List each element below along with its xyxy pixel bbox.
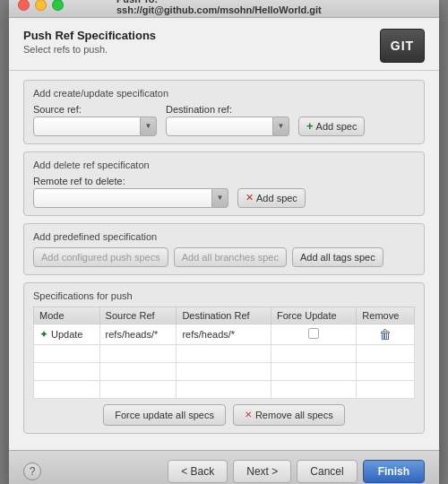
table-row: ✦ Update refs/heads/* refs/heads/* 🗑 — [34, 324, 415, 344]
back-button[interactable]: < Back — [168, 460, 228, 483]
source-ref-input[interactable] — [33, 117, 141, 136]
source-ref-select-wrapper: ▼ — [33, 117, 157, 136]
empty-cell — [177, 362, 271, 380]
close-button[interactable] — [18, 0, 30, 11]
remote-ref-arrow[interactable]: ▼ — [212, 188, 228, 208]
specs-table-label: Specifications for push — [33, 290, 415, 301]
empty-cell — [34, 362, 100, 380]
cell-remove[interactable]: 🗑 — [357, 324, 415, 344]
table-header-row: Mode Source Ref Destination Ref Force Up… — [34, 307, 415, 324]
remove-all-specs-button[interactable]: ✕ Remove all specs — [233, 404, 345, 426]
empty-cell — [99, 380, 177, 398]
minimize-button[interactable] — [35, 0, 47, 11]
empty-cell — [177, 380, 271, 398]
source-ref-arrow[interactable]: ▼ — [141, 117, 157, 136]
cell-mode: ✦ Update — [34, 324, 100, 344]
footer-nav: < Back Next > Cancel Finish — [168, 460, 425, 483]
add-all-tags-spec-button[interactable]: Add all tags spec — [292, 247, 383, 267]
dialog-title: Push Ref Specifications — [23, 29, 156, 42]
source-ref-group: Source ref: ▼ — [33, 104, 157, 136]
empty-cell — [271, 344, 357, 362]
source-ref-label: Source ref: — [33, 104, 157, 115]
cell-destination-ref: refs/heads/* — [177, 324, 271, 344]
window-title: Push To: ssh://git@github.com/msohn/Hell… — [116, 0, 332, 15]
empty-cell — [357, 344, 415, 362]
empty-cell — [99, 362, 177, 380]
header-text: Push Ref Specifications Select refs to p… — [23, 29, 156, 55]
footer-left: ? — [23, 462, 41, 480]
next-button[interactable]: Next > — [233, 460, 291, 483]
finish-button[interactable]: Finish — [363, 460, 425, 483]
plus-icon: + — [306, 119, 314, 133]
mode-value: Update — [51, 329, 82, 340]
dialog-header: Push Ref Specifications Select refs to p… — [9, 18, 439, 71]
predefined-label: Add predefined specification — [33, 231, 415, 242]
main-window: Push To: ssh://git@github.com/msohn/Hell… — [9, 0, 439, 484]
specs-table-section: Specifications for push Mode Source Ref … — [23, 282, 425, 434]
remote-ref-input[interactable] — [33, 188, 212, 208]
dialog-footer: ? < Back Next > Cancel Finish — [9, 450, 439, 485]
table-empty-row-1 — [34, 344, 415, 362]
add-all-branches-spec-button[interactable]: Add all branches spec — [174, 247, 287, 267]
col-source-ref: Source Ref — [99, 307, 177, 324]
cell-force-update[interactable] — [271, 324, 357, 344]
force-update-all-specs-button[interactable]: Force update all specs — [103, 404, 226, 426]
remote-ref-group: Remote ref to delete: ▼ — [33, 176, 228, 208]
col-mode: Mode — [34, 307, 100, 324]
empty-cell — [357, 362, 415, 380]
remote-ref-select-wrapper: ▼ — [33, 188, 228, 208]
update-icon: ✦ — [39, 328, 48, 341]
col-force-update: Force Update — [271, 307, 357, 324]
col-destination-ref: Destination Ref — [177, 307, 271, 324]
cell-source-ref: refs/heads/* — [99, 324, 177, 344]
col-remove: Remove — [357, 307, 415, 324]
destination-ref-input[interactable] — [166, 117, 273, 136]
main-content: Add create/update specificaton Source re… — [9, 71, 439, 450]
delete-section: Add delete ref specificaton Remote ref t… — [23, 151, 425, 216]
empty-cell — [271, 380, 357, 398]
destination-ref-arrow[interactable]: ▼ — [273, 117, 289, 136]
empty-cell — [177, 344, 271, 362]
empty-cell — [271, 362, 357, 380]
empty-cell — [357, 380, 415, 398]
remove-all-icon: ✕ — [245, 410, 252, 419]
delete-fields: Remote ref to delete: ▼ ✕ Add spec — [33, 176, 415, 208]
predefined-section: Add predefined specification Add configu… — [23, 223, 425, 275]
empty-cell — [34, 380, 100, 398]
destination-ref-group: Destination ref: ▼ — [166, 104, 289, 136]
help-button[interactable]: ? — [23, 462, 41, 480]
add-configured-push-specs-button[interactable]: Add configured push specs — [33, 247, 168, 267]
predefined-buttons: Add configured push specs Add all branch… — [33, 247, 415, 267]
cancel-button[interactable]: Cancel — [297, 460, 357, 483]
titlebar: Push To: ssh://git@github.com/msohn/Hell… — [9, 0, 439, 18]
maximize-button[interactable] — [52, 0, 64, 11]
table-empty-row-3 — [34, 380, 415, 398]
add-spec-button[interactable]: + Add spec — [298, 117, 365, 136]
create-update-section: Add create/update specificaton Source re… — [23, 80, 425, 144]
add-delete-spec-label: Add spec — [256, 193, 297, 203]
git-logo: GIT — [380, 29, 425, 63]
add-spec-label: Add spec — [316, 121, 358, 132]
add-delete-spec-button[interactable]: ✕ Add spec — [237, 188, 306, 208]
delete-label: Add delete ref specificaton — [33, 160, 415, 170]
empty-cell — [34, 344, 100, 362]
create-update-label: Add create/update specificaton — [33, 88, 415, 99]
force-update-checkbox[interactable] — [308, 328, 319, 339]
empty-cell — [99, 344, 177, 362]
x-icon: ✕ — [246, 192, 254, 203]
dialog-subtitle: Select refs to push. — [23, 44, 156, 55]
table-empty-row-2 — [34, 362, 415, 380]
window-controls — [18, 0, 64, 11]
create-update-fields: Source ref: ▼ Destination ref: ▼ + Add s — [33, 104, 415, 136]
specs-table: Mode Source Ref Destination Ref Force Up… — [33, 307, 415, 399]
remove-all-label: Remove all specs — [255, 410, 333, 420]
force-update-label: Force update all specs — [115, 410, 214, 420]
table-action-row: Force update all specs ✕ Remove all spec… — [33, 404, 415, 426]
destination-ref-select-wrapper: ▼ — [166, 117, 289, 136]
destination-ref-label: Destination ref: — [166, 104, 289, 115]
remote-ref-label: Remote ref to delete: — [33, 176, 228, 186]
trash-icon[interactable]: 🗑 — [379, 327, 392, 341]
